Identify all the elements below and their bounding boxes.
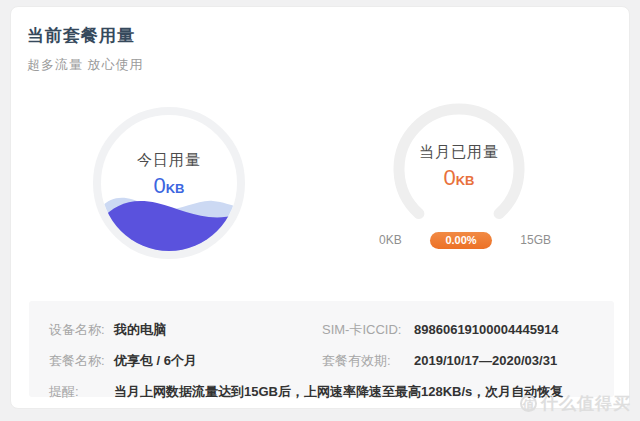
sim-iccid-value: 89860619100004445914	[414, 322, 614, 337]
liquid-circle: 今日用量 0KB	[93, 107, 245, 259]
scale-min-label: 0KB	[379, 233, 402, 247]
today-usage-unit: KB	[166, 181, 185, 196]
today-usage-number: 0	[153, 173, 165, 198]
plan-info-panel: 设备名称: 我的电脑 SIM-卡ICCID: 89860619100004445…	[29, 301, 614, 397]
device-name-value: 我的电脑	[114, 321, 322, 339]
month-usage-value: 0KB	[389, 165, 529, 191]
percent-used-badge: 0.00%	[430, 232, 492, 249]
card-header: 当前套餐用量 超多流量 放心使用	[11, 7, 629, 74]
device-name-label: 设备名称:	[49, 321, 114, 339]
page-title: 当前套餐用量	[27, 24, 629, 47]
plan-name-value: 优享包 / 6个月	[114, 352, 322, 370]
page-subtitle: 超多流量 放心使用	[27, 56, 629, 74]
plan-validity-value: 2019/10/17—2020/03/31	[414, 353, 614, 368]
today-usage-gauge: 今日用量 0KB	[93, 107, 245, 259]
smzdm-watermark: 值 什么值得买	[520, 392, 631, 415]
sim-iccid-label: SIM-卡ICCID:	[322, 321, 414, 339]
month-usage-unit: KB	[456, 173, 475, 188]
smzdm-logo-icon: 值	[520, 395, 537, 412]
usage-card: 当前套餐用量 超多流量 放心使用 今日用量 0KB 当月已用量 0KB 0KB …	[10, 6, 630, 409]
today-usage-value: 0KB	[101, 173, 237, 199]
month-usage-number: 0	[443, 165, 455, 190]
reminder-label: 提醒:	[49, 383, 114, 401]
month-usage-gauge: 当月已用量 0KB	[389, 99, 529, 239]
month-usage-scale: 0KB 0.00% 15GB	[379, 231, 551, 249]
today-usage-label: 今日用量	[101, 151, 237, 170]
plan-validity-label: 套餐有效期:	[322, 352, 414, 370]
month-usage-label: 当月已用量	[389, 143, 529, 162]
smzdm-watermark-text: 什么值得买	[541, 392, 631, 415]
plan-name-label: 套餐名称:	[49, 352, 114, 370]
scale-max-label: 15GB	[520, 233, 551, 247]
